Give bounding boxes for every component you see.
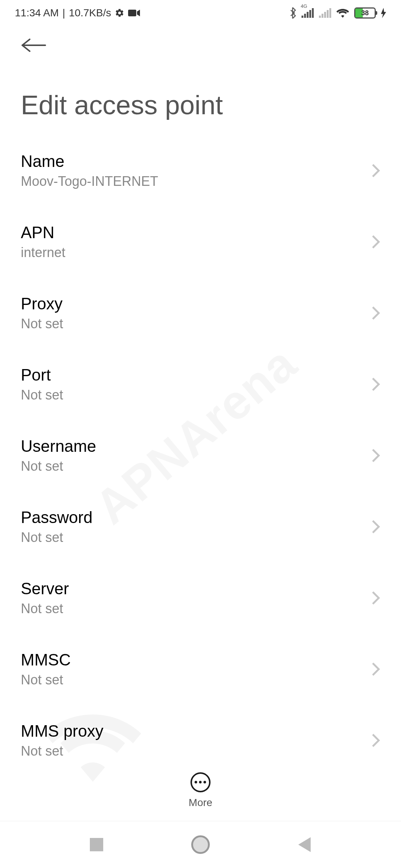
home-icon (191, 835, 210, 854)
signal-1-icon: 4G (301, 8, 314, 18)
signal-2-icon (319, 8, 331, 18)
setting-password[interactable]: Password Not set (0, 491, 401, 562)
chevron-right-icon (371, 519, 380, 534)
setting-label: Name (21, 152, 158, 171)
setting-label: MMS proxy (21, 722, 103, 740)
chevron-right-icon (371, 163, 380, 178)
page-title: Edit access point (0, 61, 401, 135)
setting-value: Not set (21, 387, 63, 403)
setting-value: Not set (21, 316, 63, 332)
chevron-right-icon (371, 306, 380, 320)
more-label: More (189, 797, 212, 809)
setting-label: Password (21, 508, 92, 527)
setting-value: Not set (21, 672, 71, 688)
more-button[interactable]: More (189, 772, 212, 809)
chevron-right-icon (371, 448, 380, 463)
nav-back-button[interactable] (290, 830, 319, 859)
setting-username[interactable]: Username Not set (0, 420, 401, 491)
status-right: 4G 38 (289, 7, 386, 19)
nav-home-button[interactable] (186, 830, 215, 859)
setting-port[interactable]: Port Not set (0, 349, 401, 420)
setting-mms-proxy[interactable]: MMS proxy Not set (0, 705, 401, 760)
setting-value: Not set (21, 530, 92, 545)
chevron-right-icon (371, 377, 380, 392)
setting-apn[interactable]: APN internet (0, 206, 401, 277)
status-time: 11:34 AM (15, 7, 59, 19)
setting-label: Username (21, 437, 96, 456)
back-button[interactable] (21, 38, 47, 53)
chevron-right-icon (371, 733, 380, 748)
setting-server[interactable]: Server Not set (0, 562, 401, 634)
recent-apps-icon (90, 838, 103, 851)
chevron-right-icon (371, 662, 380, 677)
bluetooth-icon (289, 7, 296, 19)
back-triangle-icon (298, 837, 311, 852)
settings-list: Name Moov-Togo-INTERNET APN internet Pro… (0, 135, 401, 760)
setting-mmsc[interactable]: MMSC Not set (0, 634, 401, 705)
setting-label: MMSC (21, 651, 71, 669)
setting-label: Server (21, 579, 69, 598)
setting-label: APN (21, 223, 65, 242)
setting-name[interactable]: Name Moov-Togo-INTERNET (0, 135, 401, 206)
setting-label: Proxy (21, 295, 63, 313)
battery-icon: 38 (354, 7, 376, 19)
setting-value: internet (21, 245, 65, 260)
setting-label: Port (21, 366, 63, 384)
status-data-rate: 10.7KB/s (69, 7, 111, 19)
charging-icon (381, 8, 386, 18)
status-left: 11:34 AM | 10.7KB/s (15, 7, 140, 19)
chevron-right-icon (371, 234, 380, 249)
wifi-icon (336, 8, 349, 18)
setting-proxy[interactable]: Proxy Not set (0, 277, 401, 349)
gear-icon (115, 8, 124, 18)
svg-rect-0 (128, 10, 136, 16)
appbar (0, 26, 401, 61)
more-icon (190, 772, 211, 792)
setting-value: Not set (21, 458, 96, 474)
setting-value: Not set (21, 743, 103, 759)
bottom-toolbar: More (0, 760, 401, 821)
chevron-right-icon (371, 591, 380, 605)
nav-recent-button[interactable] (82, 830, 111, 859)
status-bar: 11:34 AM | 10.7KB/s 4G 38 (0, 0, 401, 26)
status-sep: | (62, 7, 65, 19)
setting-value: Moov-Togo-INTERNET (21, 174, 158, 189)
camera-icon (128, 9, 140, 17)
setting-value: Not set (21, 601, 69, 617)
nav-bar (0, 821, 401, 868)
